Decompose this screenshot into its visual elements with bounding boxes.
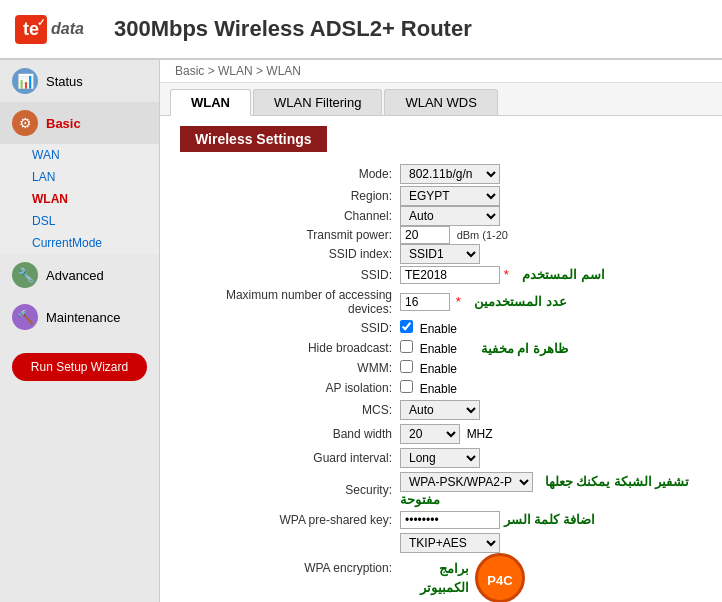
sidebar-item-maintenance[interactable]: 🔨 Maintenance (0, 296, 159, 338)
sidebar-item-basic-label: Basic (46, 116, 81, 131)
settings-table: Mode: 802.11b/g/n Region: EGYPT (180, 162, 702, 602)
transmit-label: Transmit power: (180, 226, 400, 244)
sidebar-item-advanced[interactable]: 🔧 Advanced (0, 254, 159, 296)
sidebar-item-status[interactable]: 📊 Status (0, 60, 159, 102)
wpa-key-input[interactable] (400, 511, 500, 529)
wmm-checkbox[interactable] (400, 360, 413, 373)
sidebar-item-basic[interactable]: ⚙ Basic (0, 102, 159, 144)
mcs-select[interactable]: Auto (400, 400, 480, 420)
brand-area: برامج الكمبيوتر P4C (420, 553, 702, 602)
wpa-key-arabic: اضافة كلمة السر (504, 512, 595, 527)
sidebar: 📊 Status ⚙ Basic WAN LAN WLAN DSL Curren… (0, 60, 160, 602)
sidebar-item-wlan[interactable]: WLAN (20, 188, 159, 210)
max-devices-label: Maximum number of accessing devices: (180, 286, 400, 318)
mode-label: Mode: (180, 162, 400, 186)
basic-icon: ⚙ (12, 110, 38, 136)
bandwidth-label: Band width (180, 422, 400, 446)
wmm-label: WMM: (180, 358, 400, 378)
max-devices-arabic: عدد المستخدمين (474, 294, 567, 309)
p4c-logo: P4C (475, 553, 525, 602)
logo-te: te ✓ (15, 15, 47, 44)
logo-area: te ✓ data (15, 15, 84, 44)
ssid-index-label: SSID index: (180, 244, 400, 264)
ap-checkbox[interactable] (400, 380, 413, 393)
wpa-enc-select[interactable]: TKIP+AES (400, 533, 500, 553)
sidebar-item-advanced-label: Advanced (46, 268, 104, 283)
bandwidth-unit: MHZ (467, 427, 493, 441)
breadcrumb: Basic > WLAN > WLAN (160, 60, 722, 83)
ssid-index-select[interactable]: SSID1 (400, 244, 480, 264)
mode-value-cell: 802.11b/g/n (400, 162, 702, 186)
hide-checkbox[interactable] (400, 340, 413, 353)
section-title: Wireless Settings (180, 126, 327, 152)
run-setup-wizard-button[interactable]: Run Setup Wizard (12, 353, 147, 381)
ap-label: AP isolation: (180, 378, 400, 398)
transmit-unit: dBm (1-20 (457, 229, 508, 241)
brand-line2: الكمبيوتر (420, 578, 469, 598)
ssid2-checkbox[interactable] (400, 320, 413, 333)
sidebar-item-status-label: Status (46, 74, 83, 89)
transmit-input[interactable] (400, 226, 450, 244)
mcs-label: MCS: (180, 398, 400, 422)
wmm-enable-label: Enable (420, 362, 457, 376)
content-area: Basic > WLAN > WLAN WLAN WLAN Filtering … (160, 60, 722, 602)
region-label: Region: (180, 186, 400, 206)
region-select[interactable]: EGYPT (400, 186, 500, 206)
ap-enable-label: Enable (420, 382, 457, 396)
max-devices-required: * (456, 294, 461, 309)
hide-enable-label: Enable (420, 342, 457, 356)
wpa-key-label: WPA pre-shared key: (180, 509, 400, 531)
tab-wlan[interactable]: WLAN (170, 89, 251, 116)
sidebar-item-wan[interactable]: WAN (20, 144, 159, 166)
tab-wlan-filtering[interactable]: WLAN Filtering (253, 89, 382, 115)
guard-select[interactable]: Long (400, 448, 480, 468)
guard-label: Guard interval: (180, 446, 400, 470)
channel-select[interactable]: Auto (400, 206, 500, 226)
tab-bar: WLAN WLAN Filtering WLAN WDS (160, 83, 722, 116)
sidebar-item-currentmode[interactable]: CurrentMode (20, 232, 159, 254)
security-label: Security: (180, 470, 400, 509)
ssid-label: SSID: (180, 264, 400, 286)
ssid2-label: SSID: (180, 318, 400, 338)
page-title: 300Mbps Wireless ADSL2+ Router (114, 16, 472, 42)
ssid-input[interactable] (400, 266, 500, 284)
hide-label: Hide broadcast: (180, 338, 400, 358)
tab-wlan-wds[interactable]: WLAN WDS (384, 89, 498, 115)
brand-line1: برامج (420, 559, 469, 579)
ssid-required: * (504, 267, 509, 282)
security-select[interactable]: WPA-PSK/WPA2-P (400, 472, 533, 492)
mode-select[interactable]: 802.11b/g/n (400, 164, 500, 184)
ssid-arabic-label: اسم المستخدم (522, 267, 605, 282)
sidebar-item-lan[interactable]: LAN (20, 166, 159, 188)
hide-arabic-label: ظاهرة ام مخفية (481, 341, 568, 356)
channel-label: Channel: (180, 206, 400, 226)
status-icon: 📊 (12, 68, 38, 94)
maintenance-icon: 🔨 (12, 304, 38, 330)
max-devices-input[interactable] (400, 293, 450, 311)
advanced-icon: 🔧 (12, 262, 38, 288)
sidebar-item-maintenance-label: Maintenance (46, 310, 120, 325)
form-area: Wireless Settings Mode: 802.11b/g/n Regi… (160, 116, 722, 602)
bandwidth-select[interactable]: 20 (400, 424, 460, 444)
sidebar-item-dsl[interactable]: DSL (20, 210, 159, 232)
brand-text: برامج الكمبيوتر (420, 559, 469, 598)
logo-data: data (51, 20, 84, 38)
ssid2-enable-label: Enable (420, 322, 457, 336)
header: te ✓ data 300Mbps Wireless ADSL2+ Router (0, 0, 722, 60)
wpa-enc-label: WPA encryption: (180, 531, 400, 602)
sidebar-submenu: WAN LAN WLAN DSL CurrentMode (0, 144, 159, 254)
